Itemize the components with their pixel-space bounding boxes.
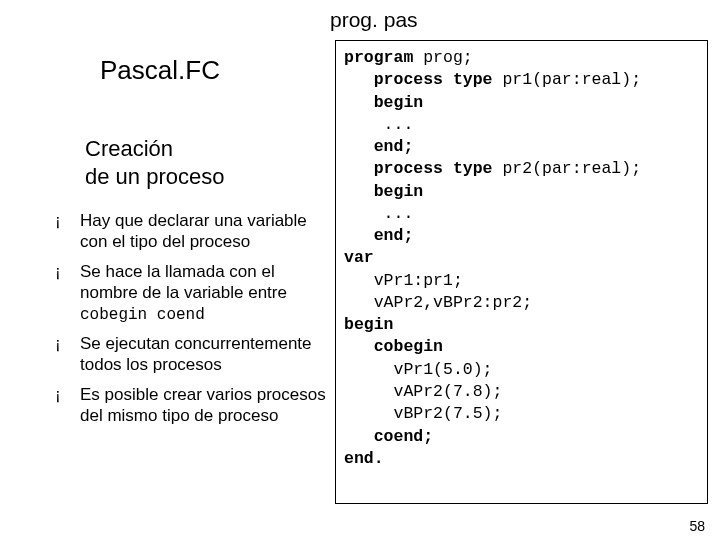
slide-subtitle: Creación de un proceso <box>85 135 224 190</box>
bullet-marker: ¡ <box>55 210 80 253</box>
slide-title: Pascal.FC <box>100 55 220 86</box>
list-item: ¡ Es posible crear varios procesos del m… <box>55 384 335 427</box>
bullet-marker: ¡ <box>55 384 80 427</box>
file-name-label: prog. pas <box>330 8 418 32</box>
list-item: ¡ Se ejecutan concurrentemente todos los… <box>55 333 335 376</box>
list-item: ¡ Hay que declarar una variable con el t… <box>55 210 335 253</box>
code-listing-box: program prog; process type pr1(par:real)… <box>335 40 708 504</box>
bullet-text: Es posible crear varios procesos del mis… <box>80 384 335 427</box>
code-listing: program prog; process type pr1(par:real)… <box>344 47 699 470</box>
bullet-text: Hay que declarar una variable con el tip… <box>80 210 335 253</box>
bullet-marker: ¡ <box>55 261 80 326</box>
page-number: 58 <box>689 518 705 534</box>
bullet-text: Se ejecutan concurrentemente todos los p… <box>80 333 335 376</box>
bullet-list: ¡ Hay que declarar una variable con el t… <box>55 210 335 434</box>
bullet-text: Se hace la llamada con el nombre de la v… <box>80 261 335 326</box>
bullet-marker: ¡ <box>55 333 80 376</box>
list-item: ¡ Se hace la llamada con el nombre de la… <box>55 261 335 326</box>
